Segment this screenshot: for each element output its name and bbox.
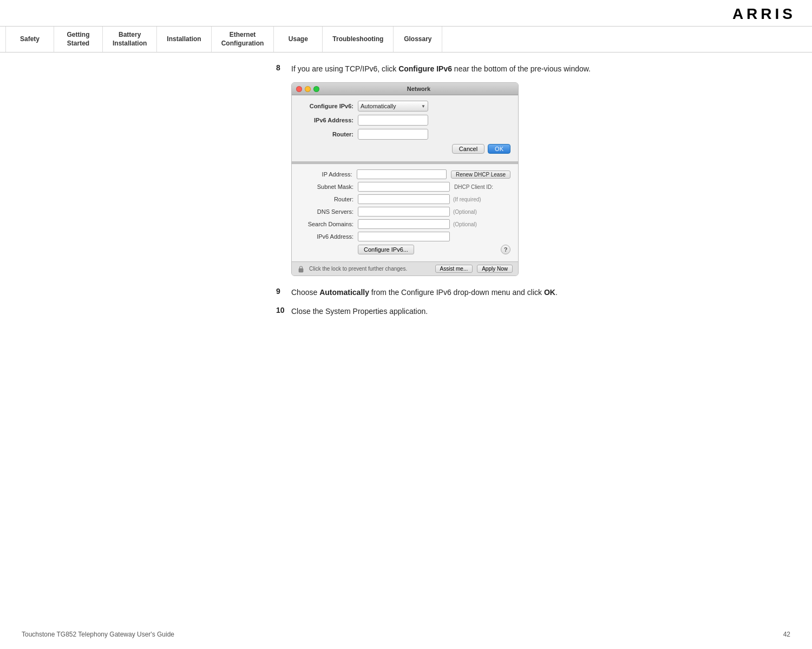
- router-input-top[interactable]: [358, 129, 428, 140]
- nav-item-safety[interactable]: Safety: [5, 27, 54, 52]
- maximize-button-green: [313, 86, 319, 92]
- content-area: 8 If you are using TCP/IPv6, click Confi…: [271, 63, 812, 325]
- dialog-titlebar: Network: [292, 83, 518, 95]
- left-sidebar: [0, 63, 271, 325]
- configure-ipv6-label: Configure IPv6:: [299, 103, 353, 109]
- assist-me-button[interactable]: Assist me...: [435, 265, 473, 273]
- router-label-top: Router:: [299, 131, 353, 137]
- nav-item-ethernet-configuration[interactable]: EthernetConfiguration: [212, 27, 274, 52]
- minimize-button-yellow: [305, 86, 311, 92]
- ipv6-address-label-bottom: IPv6 Address:: [299, 233, 353, 240]
- page-header: ARRIS: [0, 0, 812, 26]
- ip-address-input[interactable]: [357, 169, 447, 179]
- subnet-mask-input[interactable]: [358, 182, 450, 192]
- main-content: 8 If you are using TCP/IPv6, click Confi…: [0, 53, 812, 336]
- step-10-row: 10 Close the System Properties applicati…: [276, 306, 790, 317]
- nav-item-troubleshooting[interactable]: Troubleshooting: [323, 27, 394, 52]
- step-8-number: 8: [276, 63, 291, 72]
- help-button[interactable]: ?: [501, 245, 510, 254]
- dialog-title: Network: [324, 86, 514, 92]
- ipv6-address-input-bottom[interactable]: [358, 232, 450, 241]
- step-10-number: 10: [276, 306, 291, 314]
- step-9-text: Choose Automatically from the Configure …: [291, 287, 790, 298]
- svg-rect-0: [299, 268, 303, 272]
- router-row: Router: (If required): [299, 194, 510, 204]
- step-8-block: 8 If you are using TCP/IPv6, click Confi…: [276, 63, 790, 276]
- search-domains-row: Search Domains: (Optional): [299, 219, 510, 229]
- router-label: Router:: [299, 196, 353, 202]
- navigation-bar: Safety GettingStarted BatteryInstallatio…: [0, 26, 812, 53]
- arris-logo: ARRIS: [732, 5, 796, 23]
- step-10-text: Close the System Properties application.: [291, 306, 790, 317]
- dialog-footer: Click the lock to prevent further change…: [292, 261, 518, 276]
- search-domains-input[interactable]: [358, 219, 450, 229]
- dns-optional-label: (Optional): [453, 209, 477, 215]
- if-required-label: (If required): [453, 196, 481, 202]
- dns-servers-input[interactable]: [358, 207, 450, 217]
- ipv6-address-row: IPv6 Address:: [299, 115, 510, 126]
- ipv6-address-label: IPv6 Address:: [299, 117, 353, 123]
- lock-icon: [297, 265, 305, 273]
- step-8-text: If you are using TCP/IPv6, click Configu…: [291, 63, 790, 75]
- configure-ipv6-button[interactable]: Configure IPv6...: [358, 245, 414, 254]
- search-domains-label: Search Domains:: [299, 221, 353, 227]
- nav-item-getting-started[interactable]: GettingStarted: [54, 27, 103, 52]
- footer-title: Touchstone TG852 Telephony Gateway User'…: [22, 631, 174, 638]
- dns-servers-row: DNS Servers: (Optional): [299, 207, 510, 217]
- router-input[interactable]: [358, 194, 450, 204]
- ipv6-address-input[interactable]: [358, 115, 428, 126]
- subnet-mask-label: Subnet Mask:: [299, 183, 353, 190]
- ipv6-address-row-bottom: IPv6 Address:: [299, 232, 510, 241]
- configure-ipv6-btn-row: Configure IPv6... ?: [299, 245, 510, 254]
- ipv6-config-section: Configure IPv6: Automatically ▼ IPv6 Add…: [292, 95, 518, 162]
- ok-button[interactable]: OK: [488, 144, 510, 154]
- dialog-buttons: Cancel OK: [299, 144, 510, 156]
- router-row-top: Router:: [299, 129, 510, 140]
- ip-address-row: IP Address: Renew DHCP Lease: [299, 169, 510, 179]
- cancel-button[interactable]: Cancel: [452, 144, 484, 154]
- dhcp-client-id-label: DHCP Client ID:: [454, 184, 493, 190]
- search-optional-label: (Optional): [453, 221, 477, 227]
- step-8-row: 8 If you are using TCP/IPv6, click Confi…: [276, 63, 790, 75]
- ip-address-label: IP Address:: [299, 171, 352, 178]
- lock-text: Click the lock to prevent further change…: [309, 266, 431, 272]
- page-number: 42: [783, 631, 790, 638]
- nav-item-battery-installation[interactable]: BatteryInstallation: [103, 27, 157, 52]
- network-dialog-screenshot: Network Configure IPv6: Automatically ▼ …: [291, 82, 519, 276]
- step-9-number: 9: [276, 287, 291, 296]
- nav-item-glossary[interactable]: Glossary: [394, 27, 442, 52]
- step-9-row: 9 Choose Automatically from the Configur…: [276, 287, 790, 298]
- renew-dhcp-button[interactable]: Renew DHCP Lease: [451, 171, 510, 179]
- dns-servers-label: DNS Servers:: [299, 208, 353, 215]
- configure-ipv6-dropdown[interactable]: Automatically ▼: [358, 101, 428, 112]
- close-button-red: [296, 86, 302, 92]
- page-footer: Touchstone TG852 Telephony Gateway User'…: [0, 631, 812, 638]
- apply-now-button[interactable]: Apply Now: [477, 265, 513, 273]
- network-settings-section: IP Address: Renew DHCP Lease Subnet Mask…: [292, 164, 518, 261]
- subnet-mask-row: Subnet Mask: DHCP Client ID:: [299, 182, 510, 192]
- configure-ipv6-row: Configure IPv6: Automatically ▼: [299, 101, 510, 112]
- dropdown-arrow-icon: ▼: [421, 104, 425, 109]
- nav-item-usage[interactable]: Usage: [274, 27, 323, 52]
- traffic-lights: [296, 86, 319, 92]
- nav-item-installation[interactable]: Installation: [157, 27, 211, 52]
